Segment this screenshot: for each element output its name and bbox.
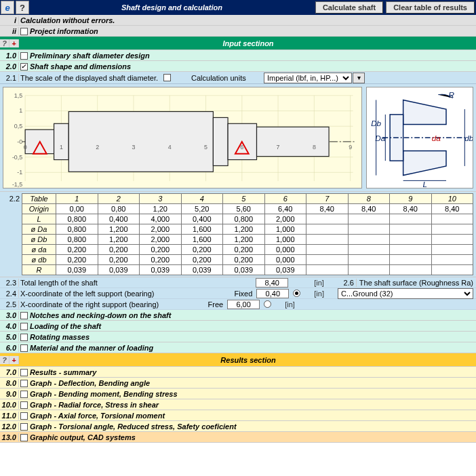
section-3-0[interactable]: 3.0Notches and necking-down on the shaft bbox=[0, 310, 476, 321]
right-support-x[interactable]: 6,00 bbox=[227, 300, 260, 309]
section-6-0[interactable]: 6.0Material and the manner of loading bbox=[0, 342, 476, 353]
svg-text:db: db bbox=[464, 134, 473, 142]
clear-results-button[interactable]: Clear table of results bbox=[386, 1, 475, 14]
s9-checkbox[interactable] bbox=[20, 391, 28, 398]
chart-area: 1,510,5 -0-0,5-1 -1,5 012 345 678 9 bbox=[0, 84, 476, 192]
svg-text:5: 5 bbox=[204, 144, 207, 151]
s8-checkbox[interactable] bbox=[20, 380, 28, 387]
row-2-2: 2.2 Table 12345 678910 Origin 0,000,801,… bbox=[0, 192, 476, 277]
right-support-radio[interactable] bbox=[264, 300, 271, 308]
table-row: L0,8000,4004,0000,4000,8002,000 bbox=[22, 214, 473, 224]
results-help[interactable]: ? bbox=[0, 356, 9, 364]
row-project-info[interactable]: ii Project information bbox=[0, 26, 476, 37]
section-7-0[interactable]: 7.0Results - summary bbox=[0, 367, 476, 378]
roughness-label: The shaft surface (Roughness Ra) bbox=[357, 279, 473, 287]
s12-checkbox[interactable] bbox=[20, 423, 28, 431]
app-icon[interactable]: e bbox=[1, 1, 14, 14]
section-12-0[interactable]: 12.0Graph - Torsional angle, Reduced str… bbox=[0, 421, 476, 432]
svg-text:1,5: 1,5 bbox=[14, 92, 22, 99]
svg-text:3: 3 bbox=[132, 144, 136, 151]
svg-text:L: L bbox=[423, 180, 428, 188]
s7-checkbox[interactable] bbox=[20, 369, 28, 376]
section-2-0[interactable]: 2.0 ✓ Shaft shape and dimensions bbox=[0, 61, 476, 72]
s13-checkbox[interactable] bbox=[20, 434, 28, 441]
table-row: R0,0390,0390,0390,0390,0390,039 bbox=[22, 265, 473, 275]
calc-status: Calculation without errors. bbox=[19, 16, 476, 24]
svg-text:4: 4 bbox=[168, 144, 172, 151]
section-8-0[interactable]: 8.0Graph - Deflection, Bending angle bbox=[0, 378, 476, 389]
svg-text:-1: -1 bbox=[17, 169, 22, 176]
svg-text:-0,5: -0,5 bbox=[12, 154, 22, 161]
svg-text:Da: Da bbox=[375, 134, 385, 142]
input-help[interactable]: ? bbox=[0, 39, 9, 47]
calc-units-label: Calculation units bbox=[191, 74, 246, 82]
scale-checkbox[interactable] bbox=[163, 74, 171, 81]
s2-checkbox[interactable]: ✓ bbox=[20, 63, 28, 71]
svg-text:da: da bbox=[432, 134, 441, 142]
row-2-4: 2.4 X-coordinate of the left support (be… bbox=[0, 288, 476, 299]
svg-text:8: 8 bbox=[313, 144, 316, 151]
results-section-header: ? + Results section bbox=[0, 353, 476, 367]
results-expand[interactable]: + bbox=[9, 356, 19, 364]
s3-checkbox[interactable] bbox=[20, 312, 28, 319]
input-section-header: ? + Input sectinon bbox=[0, 37, 476, 50]
svg-text:-1,5: -1,5 bbox=[12, 181, 22, 188]
app-title: Shaft design and calculation bbox=[30, 3, 314, 12]
section-11-0[interactable]: 11.0Graph - Axial force, Torsional momen… bbox=[0, 410, 476, 421]
row-2-1: 2.1 The scale of the displayed shaft dia… bbox=[0, 72, 476, 84]
table-row: ø db0,2000,2000,2000,2000,2000,000 bbox=[22, 255, 473, 265]
svg-text:7: 7 bbox=[277, 144, 280, 151]
svg-text:6: 6 bbox=[240, 144, 243, 151]
row-2-3: 2.3 Total length of the shaft 8,40 [in] … bbox=[0, 277, 476, 288]
s4-checkbox[interactable] bbox=[20, 323, 28, 330]
svg-rect-20 bbox=[213, 117, 228, 165]
svg-text:Db: Db bbox=[371, 119, 381, 127]
svg-text:R: R bbox=[449, 90, 455, 99]
svg-text:1: 1 bbox=[19, 107, 22, 114]
left-support-x[interactable]: 0,40 bbox=[256, 289, 289, 298]
svg-text:9: 9 bbox=[349, 144, 352, 151]
section-13-0[interactable]: 13.0Graphic output, CAD systems bbox=[0, 432, 476, 443]
calculate-button[interactable]: Calculate shaft bbox=[315, 1, 383, 14]
top-toolbar: e ? Shaft design and calculation Calcula… bbox=[0, 0, 476, 15]
table-row: ø Da0,8001,2002,0001,6001,2001,000 bbox=[22, 224, 473, 235]
row-info-i: i Calculation without errors. bbox=[0, 15, 476, 26]
svg-rect-18 bbox=[54, 123, 69, 159]
svg-text:2: 2 bbox=[96, 144, 99, 151]
shaft-table[interactable]: Table 12345 678910 Origin 0,000,801,205,… bbox=[22, 193, 473, 275]
svg-rect-22 bbox=[257, 127, 330, 156]
input-expand[interactable]: + bbox=[9, 39, 19, 47]
s6-checkbox[interactable] bbox=[20, 344, 28, 352]
section-1-0[interactable]: 1.0 Preliminary shaft diameter design bbox=[0, 50, 476, 61]
shaft-profile-chart: 1,510,5 -0-0,5-1 -1,5 012 345 678 9 bbox=[3, 87, 362, 189]
section-4-0[interactable]: 4.0Loading of the shaft bbox=[0, 321, 476, 332]
row-2-5: 2.5 X-coordinate of the right support (b… bbox=[0, 299, 476, 310]
section-5-0[interactable]: 5.0Rotating masses bbox=[0, 332, 476, 342]
s11-checkbox[interactable] bbox=[20, 412, 28, 420]
shaft-dimension-diagram: R Db Da da db L bbox=[366, 87, 473, 189]
section-9-0[interactable]: 9.0Graph - Bending moment, Bending stres… bbox=[0, 389, 476, 399]
svg-text:1: 1 bbox=[60, 144, 63, 151]
table-row: ø da0,2000,2000,2000,2000,2000,000 bbox=[22, 245, 473, 255]
svg-text:0: 0 bbox=[24, 144, 27, 151]
s1-checkbox[interactable] bbox=[20, 52, 28, 60]
svg-rect-19 bbox=[68, 112, 213, 172]
svg-text:0,5: 0,5 bbox=[14, 123, 22, 130]
units-more-button[interactable]: ▾ bbox=[353, 73, 365, 83]
s5-checkbox[interactable] bbox=[20, 334, 28, 341]
svg-text:-0: -0 bbox=[17, 138, 22, 145]
section-10-0[interactable]: 10.0Graph - Radial force, Stress in shea… bbox=[0, 399, 476, 410]
project-info-checkbox[interactable] bbox=[20, 28, 28, 35]
s10-checkbox[interactable] bbox=[20, 401, 28, 409]
units-select[interactable]: Imperial (lbf, in, HP...) bbox=[264, 73, 352, 83]
table-row: ø Db0,8001,2002,0001,6001,2001,000 bbox=[22, 235, 473, 245]
left-support-radio[interactable] bbox=[293, 290, 300, 297]
roughness-select[interactable]: C...Ground (32) bbox=[338, 288, 473, 299]
total-length-value: 8,40 bbox=[256, 278, 288, 287]
help-icon[interactable]: ? bbox=[16, 1, 29, 14]
